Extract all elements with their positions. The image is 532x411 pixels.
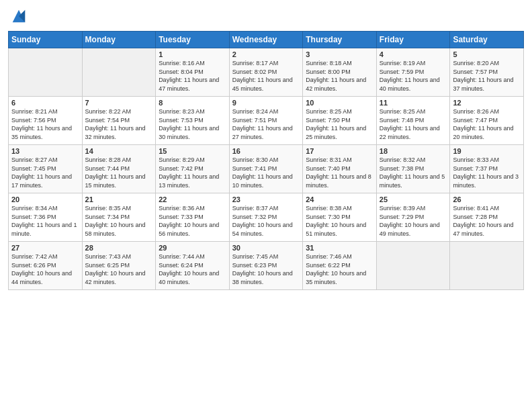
day-info: Sunrise: 8:17 AM Sunset: 8:02 PM Dayligh… — [232, 59, 300, 93]
day-cell: 17Sunrise: 8:31 AM Sunset: 7:40 PM Dayli… — [303, 145, 377, 193]
day-cell: 8Sunrise: 8:23 AM Sunset: 7:53 PM Daylig… — [156, 97, 230, 145]
day-info: Sunrise: 8:34 AM Sunset: 7:36 PM Dayligh… — [11, 204, 79, 238]
week-row-2: 6Sunrise: 8:21 AM Sunset: 7:56 PM Daylig… — [9, 97, 524, 145]
day-info: Sunrise: 8:18 AM Sunset: 8:00 PM Dayligh… — [306, 59, 373, 93]
day-number: 14 — [85, 147, 153, 155]
day-cell: 21Sunrise: 8:35 AM Sunset: 7:34 PM Dayli… — [82, 193, 156, 242]
day-info: Sunrise: 8:16 AM Sunset: 8:04 PM Dayligh… — [159, 59, 226, 93]
day-header-tuesday: Tuesday — [156, 32, 230, 48]
day-info: Sunrise: 8:37 AM Sunset: 7:32 PM Dayligh… — [232, 204, 300, 238]
week-row-4: 20Sunrise: 8:34 AM Sunset: 7:36 PM Dayli… — [9, 193, 524, 242]
day-number: 17 — [306, 147, 373, 155]
day-number: 11 — [380, 99, 447, 107]
day-cell — [376, 242, 450, 290]
day-header-friday: Friday — [376, 32, 450, 48]
day-number: 4 — [380, 50, 447, 58]
day-cell: 25Sunrise: 8:39 AM Sunset: 7:29 PM Dayli… — [376, 193, 450, 242]
day-number: 24 — [306, 195, 373, 203]
day-number: 1 — [159, 50, 226, 58]
day-number: 26 — [453, 195, 521, 203]
day-info: Sunrise: 8:38 AM Sunset: 7:30 PM Dayligh… — [306, 204, 373, 238]
day-number: 3 — [306, 50, 373, 58]
day-cell: 1Sunrise: 8:16 AM Sunset: 8:04 PM Daylig… — [156, 48, 230, 97]
day-cell: 24Sunrise: 8:38 AM Sunset: 7:30 PM Dayli… — [303, 193, 377, 242]
day-number: 25 — [380, 195, 447, 203]
day-info: Sunrise: 8:22 AM Sunset: 7:54 PM Dayligh… — [85, 107, 153, 141]
day-header-monday: Monday — [82, 32, 156, 48]
day-number: 20 — [11, 195, 79, 203]
day-number: 6 — [11, 99, 79, 107]
logo-icon — [9, 7, 28, 26]
day-number: 21 — [85, 195, 153, 203]
day-info: Sunrise: 7:45 AM Sunset: 6:23 PM Dayligh… — [232, 253, 300, 286]
day-info: Sunrise: 8:19 AM Sunset: 7:59 PM Dayligh… — [380, 59, 447, 93]
day-number: 30 — [232, 244, 300, 252]
day-number: 2 — [232, 50, 300, 58]
calendar-body: 1Sunrise: 8:16 AM Sunset: 8:04 PM Daylig… — [9, 48, 524, 290]
day-number: 12 — [453, 99, 521, 107]
day-cell: 27Sunrise: 7:42 AM Sunset: 6:26 PM Dayli… — [9, 242, 83, 290]
day-cell — [450, 242, 524, 290]
day-info: Sunrise: 7:46 AM Sunset: 6:22 PM Dayligh… — [306, 253, 373, 286]
day-info: Sunrise: 8:26 AM Sunset: 7:47 PM Dayligh… — [453, 107, 521, 141]
day-cell: 20Sunrise: 8:34 AM Sunset: 7:36 PM Dayli… — [9, 193, 83, 242]
calendar-table: SundayMondayTuesdayWednesdayThursdayFrid… — [8, 31, 524, 290]
day-cell: 23Sunrise: 8:37 AM Sunset: 7:32 PM Dayli… — [229, 193, 303, 242]
day-number: 8 — [159, 99, 226, 107]
day-cell: 14Sunrise: 8:28 AM Sunset: 7:44 PM Dayli… — [82, 145, 156, 193]
day-number: 10 — [306, 99, 373, 107]
day-header-saturday: Saturday — [450, 32, 524, 48]
header — [8, 7, 524, 26]
day-info: Sunrise: 8:36 AM Sunset: 7:33 PM Dayligh… — [159, 204, 226, 238]
day-info: Sunrise: 7:42 AM Sunset: 6:26 PM Dayligh… — [11, 253, 79, 286]
day-cell: 26Sunrise: 8:41 AM Sunset: 7:28 PM Dayli… — [450, 193, 524, 242]
day-info: Sunrise: 8:31 AM Sunset: 7:40 PM Dayligh… — [306, 156, 373, 189]
day-info: Sunrise: 8:25 AM Sunset: 7:50 PM Dayligh… — [306, 107, 373, 141]
day-info: Sunrise: 8:21 AM Sunset: 7:56 PM Dayligh… — [11, 107, 79, 141]
day-cell: 11Sunrise: 8:25 AM Sunset: 7:48 PM Dayli… — [376, 97, 450, 145]
day-info: Sunrise: 8:25 AM Sunset: 7:48 PM Dayligh… — [380, 107, 447, 141]
day-number: 29 — [159, 244, 226, 252]
day-info: Sunrise: 8:30 AM Sunset: 7:41 PM Dayligh… — [232, 156, 300, 189]
day-number: 27 — [11, 244, 79, 252]
week-row-5: 27Sunrise: 7:42 AM Sunset: 6:26 PM Dayli… — [9, 242, 524, 290]
day-info: Sunrise: 7:43 AM Sunset: 6:25 PM Dayligh… — [85, 253, 153, 286]
day-info: Sunrise: 8:32 AM Sunset: 7:38 PM Dayligh… — [380, 156, 447, 189]
day-info: Sunrise: 8:41 AM Sunset: 7:28 PM Dayligh… — [453, 204, 521, 238]
day-header-sunday: Sunday — [9, 32, 83, 48]
day-cell: 13Sunrise: 8:27 AM Sunset: 7:45 PM Dayli… — [9, 145, 83, 193]
day-number: 31 — [306, 244, 373, 252]
week-row-3: 13Sunrise: 8:27 AM Sunset: 7:45 PM Dayli… — [9, 145, 524, 193]
day-cell: 4Sunrise: 8:19 AM Sunset: 7:59 PM Daylig… — [376, 48, 450, 97]
day-number: 9 — [232, 99, 300, 107]
day-number: 5 — [453, 50, 521, 58]
day-cell: 9Sunrise: 8:24 AM Sunset: 7:51 PM Daylig… — [229, 97, 303, 145]
day-cell: 15Sunrise: 8:29 AM Sunset: 7:42 PM Dayli… — [156, 145, 230, 193]
day-number: 23 — [232, 195, 300, 203]
day-info: Sunrise: 8:39 AM Sunset: 7:29 PM Dayligh… — [380, 204, 447, 238]
day-cell: 22Sunrise: 8:36 AM Sunset: 7:33 PM Dayli… — [156, 193, 230, 242]
day-cell: 16Sunrise: 8:30 AM Sunset: 7:41 PM Dayli… — [229, 145, 303, 193]
day-number: 19 — [453, 147, 521, 155]
day-number: 13 — [11, 147, 79, 155]
day-cell: 2Sunrise: 8:17 AM Sunset: 8:02 PM Daylig… — [229, 48, 303, 97]
logo — [8, 7, 28, 26]
calendar-header: SundayMondayTuesdayWednesdayThursdayFrid… — [9, 32, 524, 48]
day-number: 15 — [159, 147, 226, 155]
day-info: Sunrise: 8:35 AM Sunset: 7:34 PM Dayligh… — [85, 204, 153, 238]
day-cell: 30Sunrise: 7:45 AM Sunset: 6:23 PM Dayli… — [229, 242, 303, 290]
day-number: 22 — [159, 195, 226, 203]
days-of-week-row: SundayMondayTuesdayWednesdayThursdayFrid… — [9, 32, 524, 48]
day-cell: 18Sunrise: 8:32 AM Sunset: 7:38 PM Dayli… — [376, 145, 450, 193]
day-cell — [82, 48, 156, 97]
day-number: 7 — [85, 99, 153, 107]
day-cell: 5Sunrise: 8:20 AM Sunset: 7:57 PM Daylig… — [450, 48, 524, 97]
day-cell: 12Sunrise: 8:26 AM Sunset: 7:47 PM Dayli… — [450, 97, 524, 145]
day-cell: 6Sunrise: 8:21 AM Sunset: 7:56 PM Daylig… — [9, 97, 83, 145]
day-cell — [9, 48, 83, 97]
day-info: Sunrise: 8:29 AM Sunset: 7:42 PM Dayligh… — [159, 156, 226, 189]
day-info: Sunrise: 8:33 AM Sunset: 7:37 PM Dayligh… — [453, 156, 521, 189]
day-header-wednesday: Wednesday — [229, 32, 303, 48]
day-cell: 10Sunrise: 8:25 AM Sunset: 7:50 PM Dayli… — [303, 97, 377, 145]
day-header-thursday: Thursday — [303, 32, 377, 48]
